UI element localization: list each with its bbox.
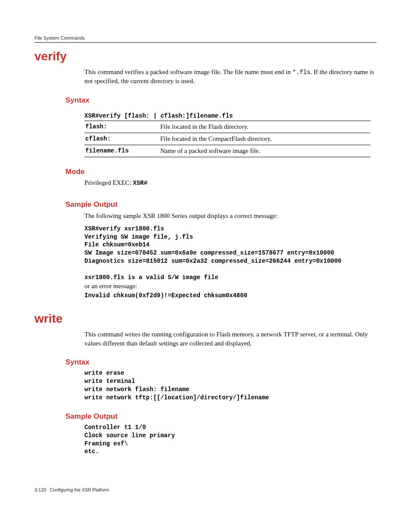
write-intro: This command writes the running configur… xyxy=(84,330,377,348)
write-sample-block: Controller t1 1/0 Clock source line prim… xyxy=(84,423,377,456)
table-row: flash: File located in the Flash directo… xyxy=(84,121,371,133)
table-row: cflash: File located in the CompactFlash… xyxy=(84,133,371,145)
page: File System Commands verify This command… xyxy=(0,0,411,532)
verify-intro-pre: This command verifies a packed software … xyxy=(84,68,292,75)
verify-sample-intro: The following sample XSR 1800 Series out… xyxy=(84,212,377,221)
verify-sample-block1: XSR#verify xsr1800.fls Verifying SW imag… xyxy=(84,225,377,282)
write-syntax-heading: Syntax xyxy=(65,358,377,367)
footer-chapter: Configuring the XSR Platform xyxy=(50,487,109,492)
verify-syntax-table: XSR#verify [flash: | cflash:]filename.fl… xyxy=(84,112,371,157)
write-sample-heading: Sample Output xyxy=(65,412,377,421)
page-footer: 3-120 Configuring the XSR Platform xyxy=(34,487,109,492)
verify-mode-text: Privileged EXEC: xyxy=(84,179,133,186)
verify-sample-heading: Sample Output xyxy=(65,200,377,209)
footer-page: 3-120 xyxy=(34,487,46,492)
param-value: File located in the CompactFlash directo… xyxy=(159,133,371,145)
verify-intro-code: *.fls xyxy=(292,69,310,76)
param-key: cflash: xyxy=(84,133,159,145)
running-header: File System Commands xyxy=(34,35,377,43)
table-row: filename.fls Name of a packed software i… xyxy=(84,145,371,157)
verify-syntax-heading: Syntax xyxy=(65,96,377,105)
verify-intro: This command verifies a packed software … xyxy=(84,68,377,86)
verify-syntax-cmd: XSR#verify [flash: | cflash:]filename.fl… xyxy=(84,112,371,121)
param-value: File located in the Flash directory. xyxy=(159,121,371,133)
cmd-heading-verify: verify xyxy=(34,50,377,63)
cmd-heading-write: write xyxy=(34,312,377,326)
verify-sample-err-intro: or an error message: xyxy=(84,283,377,290)
verify-sample-block2: Invalid chksum(0xf2d9)!=Expected chksum0… xyxy=(84,292,377,300)
write-syntax-block: write erase write terminal write network… xyxy=(84,369,377,402)
param-key: flash: xyxy=(84,121,159,133)
param-key: filename.fls xyxy=(84,145,159,157)
verify-mode-code: XSR# xyxy=(133,180,148,187)
verify-mode-heading: Mode xyxy=(65,168,377,176)
param-value: Name of a packed software image file. xyxy=(159,145,371,157)
